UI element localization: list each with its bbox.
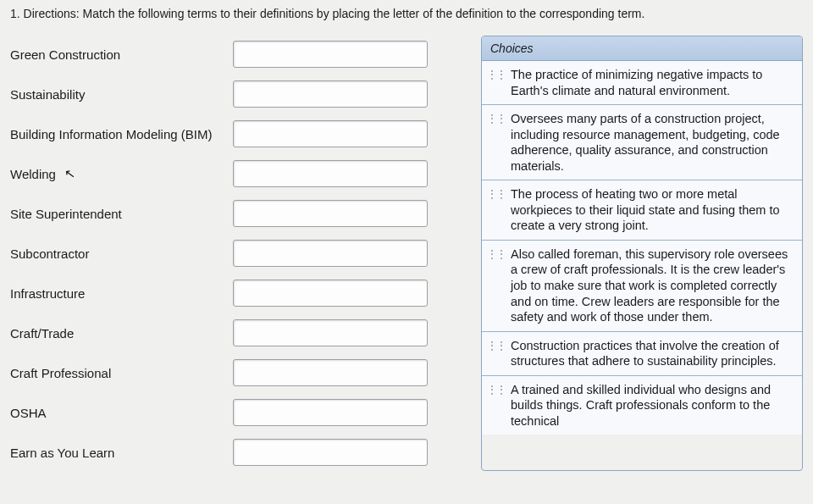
term-row: Welding [10,155,467,192]
choice-item[interactable]: ⋮⋮Also called foreman, this supervisory … [482,241,802,332]
matching-layout: Green ConstructionSustainabilityBuilding… [10,36,803,471]
term-label: Green Construction [10,47,218,62]
term-row: Sustainability [10,75,467,113]
term-label: Subcontractor [10,246,218,261]
answer-drop-slot[interactable] [233,41,428,68]
term-row: Craft Professional [10,354,467,391]
choice-item[interactable]: ⋮⋮The process of heating two or more met… [482,180,802,241]
choice-text: Construction practices that involve the … [511,338,794,369]
directions-text: Directions: Match the following terms to… [24,7,645,20]
term-row: OSHA [10,394,467,431]
term-label: Earn as You Learn [10,446,218,460]
terms-column: Green ConstructionSustainabilityBuilding… [10,36,467,471]
term-label: Welding [10,167,218,181]
choice-item[interactable]: ⋮⋮Oversees many parts of a construction … [482,105,802,180]
term-label: Craft/Trade [10,326,218,341]
drag-handle-icon[interactable]: ⋮⋮ [487,67,506,80]
answer-drop-slot[interactable] [233,200,428,227]
drag-handle-icon[interactable]: ⋮⋮ [487,382,506,395]
term-row: Site Superintendent [10,195,467,232]
term-label: Sustainability [10,87,218,102]
answer-drop-slot[interactable] [233,120,428,147]
term-row: Craft/Trade [10,314,467,352]
choice-text: The practice of minimizing negative impa… [511,67,794,98]
term-row: Earn as You Learn [10,434,467,471]
term-label: Site Superintendent [10,207,218,221]
choice-item[interactable]: ⋮⋮Construction practices that involve th… [482,332,802,376]
answer-drop-slot[interactable] [233,280,428,307]
directions-line: 1. Directions: Match the following terms… [10,7,803,20]
answer-drop-slot[interactable] [233,359,428,386]
choices-list: ⋮⋮The practice of minimizing negative im… [482,61,802,435]
answer-drop-slot[interactable] [233,439,428,466]
choice-item[interactable]: ⋮⋮A trained and skilled individual who d… [482,376,802,435]
term-label: OSHA [10,406,218,420]
choices-panel: Choices ⋮⋮The practice of minimizing neg… [481,36,803,471]
answer-drop-slot[interactable] [233,160,428,187]
drag-handle-icon[interactable]: ⋮⋮ [487,186,506,199]
term-row: Subcontractor [10,235,467,272]
choice-item[interactable]: ⋮⋮The practice of minimizing negative im… [482,61,802,105]
choice-text: Oversees many parts of a construction pr… [511,111,794,174]
choices-header: Choices [482,36,802,61]
answer-drop-slot[interactable] [233,319,428,346]
term-label: Infrastructure [10,286,218,301]
choice-text: A trained and skilled individual who des… [511,382,794,429]
drag-handle-icon[interactable]: ⋮⋮ [487,246,506,259]
drag-handle-icon[interactable]: ⋮⋮ [487,338,506,351]
answer-drop-slot[interactable] [233,240,428,267]
term-label: Building Information Modeling (BIM) [10,127,218,141]
answer-drop-slot[interactable] [233,80,428,108]
drag-handle-icon[interactable]: ⋮⋮ [487,111,506,124]
choice-text: The process of heating two or more metal… [511,186,794,234]
answer-drop-slot[interactable] [233,399,428,426]
term-label: Craft Professional [10,366,218,380]
term-row: Infrastructure [10,274,467,312]
term-row: Green Construction [10,36,467,73]
question-number: 1. [10,7,20,20]
choice-text: Also called foreman, this supervisory ro… [511,246,794,325]
term-row: Building Information Modeling (BIM) [10,115,467,152]
